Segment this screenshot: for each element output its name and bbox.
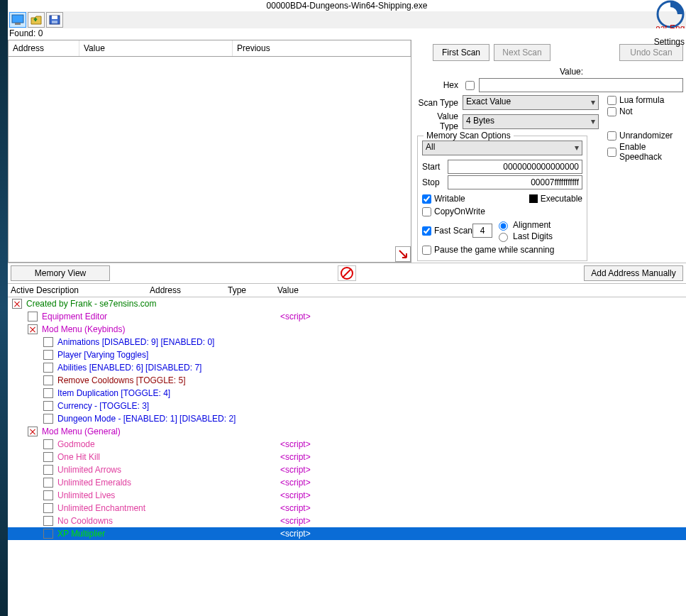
open-file-button[interactable] (28, 12, 45, 28)
hex-checkbox[interactable] (465, 81, 475, 90)
active-checkbox[interactable] (12, 299, 22, 309)
address-row[interactable]: Mod Menu (General) (8, 425, 686, 438)
stop-input[interactable] (448, 175, 582, 189)
col-address[interactable]: Address (9, 40, 79, 56)
address-row[interactable]: Item Duplication [TOGGLE: 4] (8, 387, 686, 400)
hex-label: Hex (417, 80, 463, 90)
executable-checkbox[interactable] (529, 194, 538, 203)
address-row[interactable]: Dungeon Mode - [ENABLED: 1] [DISABLED: 2… (8, 412, 686, 425)
active-checkbox[interactable] (43, 350, 53, 360)
active-checkbox[interactable] (43, 363, 53, 373)
active-checkbox[interactable] (43, 401, 53, 411)
row-value: <script> (280, 503, 311, 513)
lua-formula-checkbox[interactable] (607, 96, 616, 105)
active-checkbox[interactable] (43, 439, 53, 449)
row-description: Abilities [ENABLED: 6] [DISABLED: 7] (57, 363, 201, 373)
active-checkbox[interactable] (43, 388, 53, 398)
address-row[interactable]: Created by Frank - se7ensins.com (8, 297, 686, 310)
row-description: Dungeon Mode - [ENABLED: 1] [DISABLED: 2… (57, 414, 236, 424)
scan-type-select[interactable]: Exact Value (463, 95, 599, 110)
fastscan-checkbox[interactable] (422, 226, 431, 236)
alignment-radio[interactable] (499, 221, 508, 231)
mem-region-select[interactable]: All (422, 141, 582, 155)
col-value[interactable]: Value (79, 40, 233, 56)
active-checkbox[interactable] (43, 452, 53, 462)
active-checkbox[interactable] (43, 503, 53, 513)
active-checkbox[interactable] (43, 375, 53, 385)
first-scan-button[interactable]: First Scan (433, 44, 489, 61)
add-to-addresslist-button[interactable] (395, 246, 411, 262)
row-description: Unlimited Arrows (57, 465, 121, 475)
active-checkbox[interactable] (43, 478, 53, 488)
col-previous[interactable]: Previous (233, 40, 411, 56)
address-row[interactable]: Unlimited Emeralds<script> (8, 476, 686, 489)
row-description: Remove Cooldowns [TOGGLE: 5] (57, 375, 186, 385)
toolbar (8, 11, 686, 28)
active-checkbox[interactable] (43, 414, 53, 424)
memory-scan-options-label: Memory Scan Options (424, 131, 514, 141)
svg-text:Cheat Engine: Cheat Engine (656, 23, 685, 28)
fastscan-input[interactable] (472, 224, 492, 238)
active-checkbox[interactable] (43, 516, 53, 526)
value-type-select[interactable]: 4 Bytes (463, 114, 599, 129)
address-row[interactable]: Equipment Editor<script> (8, 310, 686, 323)
row-description: Unlimited Lives (57, 490, 115, 500)
col-address2[interactable]: Address (150, 285, 228, 295)
address-row[interactable]: Unlimited Lives<script> (8, 489, 686, 502)
unrandomizer-checkbox[interactable] (607, 131, 616, 141)
address-row[interactable]: Godmode<script> (8, 438, 686, 451)
lua-formula-label: Lua formula (619, 95, 664, 105)
app-logo-icon: Cheat Engine (656, 0, 685, 28)
address-row[interactable]: Player [Varying Toggles] (8, 348, 686, 361)
svg-rect-0 (12, 15, 23, 23)
add-address-manually-button[interactable]: Add Address Manually (584, 265, 683, 281)
address-row[interactable]: XP Multiplier<script> (8, 527, 686, 540)
scan-type-label: Scan Type (417, 98, 463, 108)
not-checkbox[interactable] (607, 107, 616, 116)
row-description: One Hit Kill (57, 452, 100, 462)
settings-link[interactable]: Settings (654, 37, 685, 47)
address-row[interactable]: Unlimited Arrows<script> (8, 463, 686, 476)
address-list[interactable]: Created by Frank - se7ensins.comEquipmen… (8, 297, 686, 595)
address-row[interactable]: Remove Cooldowns [TOGGLE: 5] (8, 374, 686, 387)
active-checkbox[interactable] (28, 427, 38, 436)
memory-view-button[interactable]: Memory View (11, 265, 110, 281)
active-checkbox[interactable] (28, 312, 38, 321)
svg-rect-3 (52, 16, 57, 19)
svg-line-8 (343, 269, 351, 277)
col-description[interactable]: Description (36, 285, 150, 295)
address-row[interactable]: Animations [DISABLED: 9] [ENABLED: 0] (8, 336, 686, 348)
address-row[interactable]: One Hit Kill<script> (8, 451, 686, 463)
address-row[interactable]: No Cooldowns<script> (8, 515, 686, 527)
speedhack-checkbox[interactable] (607, 148, 616, 157)
no-entry-icon[interactable] (338, 265, 356, 281)
active-checkbox[interactable] (28, 324, 38, 334)
row-description: Mod Menu (Keybinds) (42, 324, 125, 334)
address-row[interactable]: Currency - [TOGGLE: 3] (8, 400, 686, 412)
col-active[interactable]: Active (8, 285, 36, 295)
value-type-label: Value Type (417, 111, 463, 131)
alignment-label: Alignment (513, 220, 551, 230)
unrandomizer-label: Unrandomizer (619, 131, 673, 141)
lastdigits-radio[interactable] (499, 233, 508, 242)
col-value2[interactable]: Value (277, 285, 686, 295)
col-type[interactable]: Type (228, 285, 277, 295)
process-list-button[interactable] (9, 12, 26, 28)
results-list[interactable] (8, 57, 411, 263)
start-input[interactable] (448, 160, 582, 174)
save-button[interactable] (46, 12, 63, 28)
address-row[interactable]: Abilities [ENABLED: 6] [DISABLED: 7] (8, 361, 686, 374)
address-row[interactable]: Unlimited Enchantment<script> (8, 502, 686, 515)
active-checkbox[interactable] (43, 490, 53, 500)
active-checkbox[interactable] (43, 529, 53, 539)
value-input[interactable] (479, 78, 683, 92)
svg-rect-4 (52, 21, 57, 23)
copyonwrite-checkbox[interactable] (422, 207, 431, 216)
writable-checkbox[interactable] (422, 194, 431, 204)
active-checkbox[interactable] (43, 465, 53, 475)
pause-checkbox[interactable] (422, 246, 431, 255)
copyonwrite-label: CopyOnWrite (434, 207, 485, 216)
row-description: Mod Menu (General) (42, 427, 121, 436)
address-row[interactable]: Mod Menu (Keybinds) (8, 323, 686, 336)
active-checkbox[interactable] (43, 337, 53, 347)
